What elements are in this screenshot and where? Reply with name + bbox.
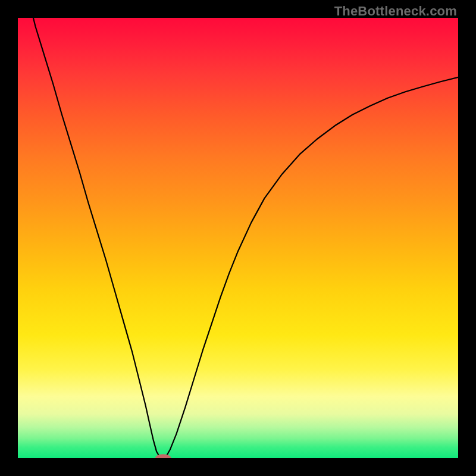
- min-marker: [155, 454, 171, 458]
- chart-svg: [18, 18, 458, 458]
- chart-frame: TheBottleneck.com: [0, 0, 476, 476]
- plot-area: [18, 18, 458, 458]
- watermark-text: TheBottleneck.com: [334, 4, 457, 19]
- bottleneck-curve: [31, 18, 458, 458]
